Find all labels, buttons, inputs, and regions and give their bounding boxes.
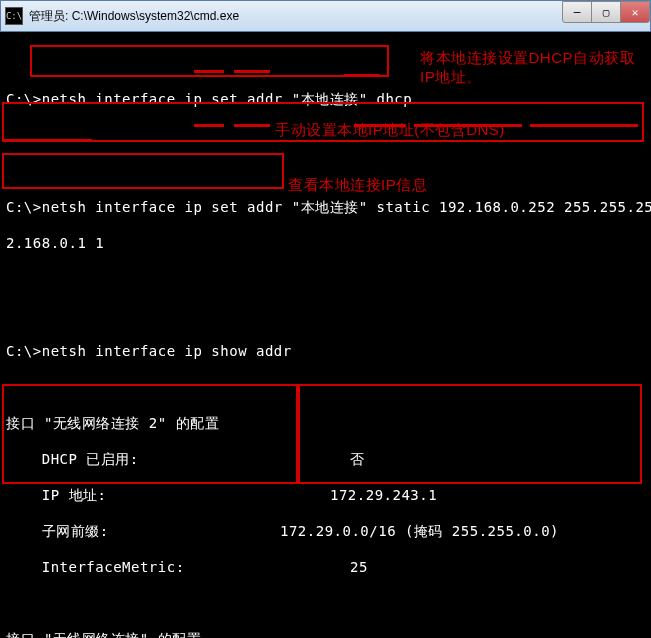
cmd-text: 2.168.0.1 1	[6, 235, 104, 251]
cmd-text: netsh interface ip show addr	[42, 343, 292, 359]
label: DHCP 已启用:	[6, 451, 139, 467]
titlebar[interactable]: C:\ 管理员: C:\Windows\system32\cmd.exe ─ ▢…	[0, 0, 651, 32]
cmd-line-2a: C:\>netsh interface ip set addr "本地连接" s…	[6, 198, 645, 216]
cmd-text: netsh interface ip set addr "本地连接" dhcp	[42, 91, 413, 107]
console-area[interactable]: C:\>netsh interface ip set addr "本地连接" d…	[0, 32, 651, 638]
annotation-1b: IP地址。	[420, 68, 482, 86]
highlight-box-if3-right	[298, 384, 642, 484]
if1-header: 接口 "无线网络连接 2" 的配置	[6, 414, 645, 432]
window-title: 管理员: C:\Windows\system32\cmd.exe	[29, 8, 239, 25]
cmd-line-1: C:\>netsh interface ip set addr "本地连接" d…	[6, 90, 645, 108]
prompt: C:\>	[6, 91, 42, 107]
blank-line	[6, 378, 645, 396]
label: 子网前缀:	[6, 523, 109, 539]
annotation-3: 查看本地连接IP信息	[288, 176, 427, 194]
cmd-text: netsh interface ip set addr "本地连接" stati…	[42, 199, 651, 215]
blank-line	[6, 270, 645, 288]
label: InterfaceMetric:	[6, 559, 185, 575]
cmd-icon: C:\	[5, 7, 23, 25]
annotation-1a: 将本地连接设置DHCP自动获取	[420, 49, 635, 67]
annotation-2: 手动设置本地IP地址(不包含DNS)	[275, 121, 505, 139]
if1-prefix: 子网前缀:172.29.0.0/16 (掩码 255.255.0.0)	[6, 522, 645, 540]
value: 否	[350, 450, 365, 468]
value: 172.29.243.1	[330, 486, 437, 504]
cmd-line-2b: 2.168.0.1 1	[6, 234, 645, 252]
value: 172.29.0.0/16 (掩码 255.255.0.0)	[280, 522, 559, 540]
close-button[interactable]: ✕	[620, 1, 650, 23]
blank-line	[6, 594, 645, 612]
underline-cmd1-c	[344, 74, 380, 77]
value: 25	[350, 558, 368, 576]
label: IP 地址:	[6, 487, 106, 503]
minimize-button[interactable]: ─	[562, 1, 592, 23]
if1-dhcp: DHCP 已启用:否	[6, 450, 645, 468]
maximize-button[interactable]: ▢	[591, 1, 621, 23]
prompt: C:\>	[6, 199, 42, 215]
window-buttons: ─ ▢ ✕	[563, 1, 650, 21]
prompt: C:\>	[6, 343, 42, 359]
if1-ip: IP 地址:172.29.243.1	[6, 486, 645, 504]
cmd-line-3: C:\>netsh interface ip show addr	[6, 342, 645, 360]
blank-line	[6, 306, 645, 324]
highlight-box-if3-left	[2, 384, 298, 484]
if1-metric: InterfaceMetric:25	[6, 558, 645, 576]
if2-header: 接口 "无线网络连接" 的配置	[6, 630, 645, 638]
